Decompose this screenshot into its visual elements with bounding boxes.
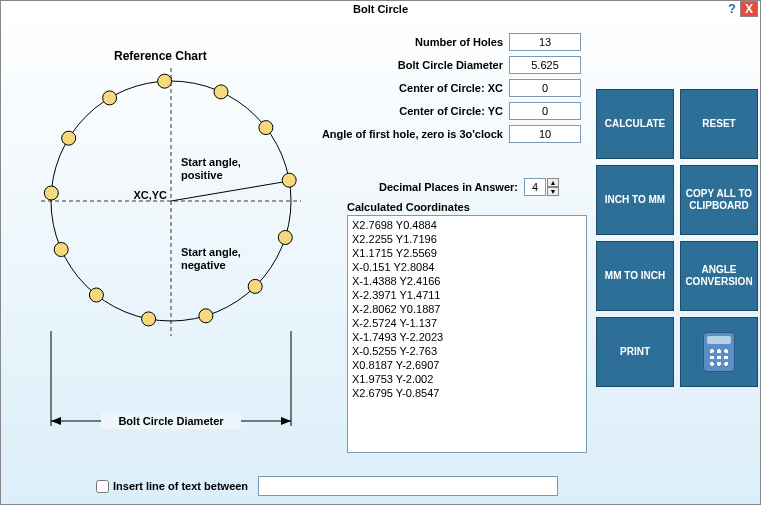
bcd-input[interactable]: [509, 56, 581, 74]
decimal-down[interactable]: ▼: [547, 187, 559, 196]
svg-point-16: [278, 231, 292, 245]
svg-point-6: [214, 85, 228, 99]
angle-conversion-button[interactable]: ANGLE CONVERSION: [680, 241, 758, 311]
num-holes-label: Number of Holes: [415, 36, 503, 48]
svg-line-3: [171, 181, 289, 201]
angle-label: Angle of first hole, zero is 3o'clock: [322, 128, 503, 140]
svg-text:negative: negative: [181, 259, 226, 271]
coordinates-output[interactable]: X2.7698 Y0.4884 X2.2255 Y1.7196 X1.1715 …: [347, 215, 587, 453]
reset-button[interactable]: RESET: [680, 89, 758, 159]
reference-chart-title: Reference Chart: [114, 49, 207, 63]
decimal-label: Decimal Places in Answer:: [379, 181, 518, 193]
button-panel: CALCULATE RESET INCH TO MM COPY ALL TO C…: [596, 89, 759, 387]
svg-marker-21: [281, 417, 291, 425]
yc-label: Center of Circle: YC: [399, 105, 503, 117]
input-form: Number of Holes Bolt Circle Diameter Cen…: [351, 31, 581, 146]
svg-text:Start angle,: Start angle,: [181, 246, 241, 258]
print-button[interactable]: PRINT: [596, 317, 674, 387]
svg-text:XC,YC: XC,YC: [133, 189, 167, 201]
bcd-label: Bolt Circle Diameter: [398, 59, 503, 71]
svg-text:positive: positive: [181, 169, 223, 181]
svg-point-14: [199, 309, 213, 323]
angle-input[interactable]: [509, 125, 581, 143]
mm-to-inch-button[interactable]: MM TO INCH: [596, 241, 674, 311]
num-holes-input[interactable]: [509, 33, 581, 51]
svg-point-7: [158, 74, 172, 88]
window-title: Bolt Circle: [353, 3, 408, 15]
coordinates-label: Calculated Coordinates: [347, 201, 470, 213]
help-button[interactable]: ?: [728, 1, 736, 17]
insert-line-row: Insert line of text between: [96, 476, 558, 496]
svg-point-15: [248, 279, 262, 293]
yc-input[interactable]: [509, 102, 581, 120]
insert-line-checkbox[interactable]: [96, 480, 109, 493]
xc-label: Center of Circle: XC: [399, 82, 503, 94]
svg-point-13: [142, 312, 156, 326]
calculator-button[interactable]: [680, 317, 758, 387]
reference-chart: Bolt Circle Diameter Start angle, positi…: [31, 66, 311, 436]
svg-point-5: [259, 121, 273, 135]
svg-point-4: [282, 173, 296, 187]
svg-point-12: [89, 288, 103, 302]
decimal-up[interactable]: ▲: [547, 178, 559, 187]
svg-point-10: [44, 186, 58, 200]
title-bar: Bolt Circle ? X: [1, 1, 760, 19]
inch-to-mm-button[interactable]: INCH TO MM: [596, 165, 674, 235]
calculator-icon: [703, 332, 735, 372]
calculate-button[interactable]: CALCULATE: [596, 89, 674, 159]
decimal-input[interactable]: [524, 178, 546, 196]
svg-point-11: [54, 243, 68, 257]
close-button[interactable]: X: [740, 1, 758, 17]
decimal-places-row: Decimal Places in Answer: ▲ ▼: [379, 178, 559, 196]
copy-all-button[interactable]: COPY ALL TO CLIPBOARD: [680, 165, 758, 235]
xc-input[interactable]: [509, 79, 581, 97]
svg-marker-20: [51, 417, 61, 425]
svg-point-9: [62, 131, 76, 145]
insert-line-input[interactable]: [258, 476, 558, 496]
diameter-label: Bolt Circle Diameter: [118, 415, 224, 427]
svg-point-8: [103, 91, 117, 105]
insert-line-label: Insert line of text between: [113, 480, 248, 492]
svg-text:Start angle,: Start angle,: [181, 156, 241, 168]
